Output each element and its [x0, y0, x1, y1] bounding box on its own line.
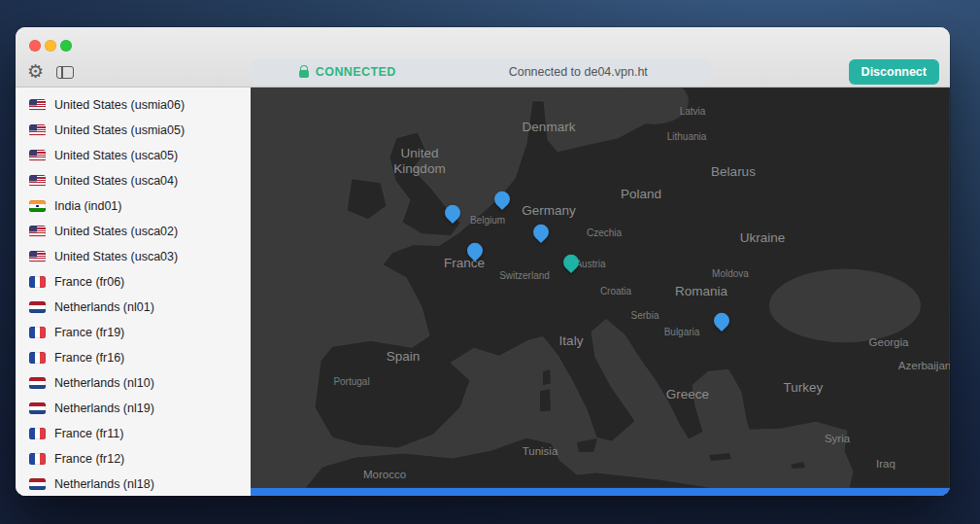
window-toolbar: ⚙ CONNECTED Connected to de04.vpn.ht Dis… — [16, 27, 950, 87]
server-list-item[interactable]: United States (usca04) — [16, 168, 251, 193]
server-list-item[interactable]: France (fr06) — [16, 269, 251, 295]
settings-gear-icon[interactable]: ⚙ — [27, 62, 44, 82]
country-flag-icon — [29, 402, 46, 414]
disconnect-button[interactable]: Disconnect — [849, 59, 939, 85]
app-window: ⚙ CONNECTED Connected to de04.vpn.ht Dis… — [16, 27, 950, 496]
server-label: Netherlands (nl18) — [54, 477, 154, 491]
server-label: India (ind01) — [54, 199, 122, 213]
country-flag-icon — [29, 251, 46, 262]
window-controls — [29, 40, 72, 52]
server-list-item[interactable]: India (ind01) — [16, 193, 251, 219]
country-flag-icon — [29, 99, 46, 111]
server-label: United States (usca03) — [54, 250, 178, 263]
zoom-button[interactable] — [60, 40, 72, 52]
connection-status-pill: CONNECTED Connected to de04.vpn.ht — [251, 59, 712, 85]
server-label: United States (usca05) — [54, 149, 178, 162]
server-list-item[interactable]: France (fr16) — [16, 345, 251, 370]
connection-state: CONNECTED — [251, 65, 445, 79]
world-map[interactable]: Denmark Latvia Lithuania United Kingdom … — [251, 87, 950, 496]
server-label: United States (usca04) — [54, 174, 178, 188]
country-flag-icon — [29, 327, 46, 338]
country-flag-icon — [29, 377, 46, 389]
server-list-item[interactable]: United States (usca02) — [16, 219, 251, 244]
server-label: Netherlands (nl19) — [54, 402, 154, 415]
server-label: United States (usmia05) — [54, 123, 185, 137]
minimize-button[interactable] — [45, 40, 56, 52]
server-label: France (fr06) — [54, 275, 124, 289]
country-flag-icon — [29, 150, 46, 161]
server-label: France (fr12) — [54, 452, 124, 466]
country-flag-icon — [29, 428, 46, 439]
country-flag-icon — [29, 175, 46, 187]
server-list-item[interactable]: France (fr12) — [16, 446, 251, 472]
close-button[interactable] — [29, 40, 41, 52]
server-label: Netherlands (nl10) — [54, 376, 154, 390]
country-flag-icon — [29, 276, 46, 288]
server-label: United States (usca02) — [54, 225, 178, 238]
lock-icon — [299, 70, 309, 78]
server-list-item[interactable]: France (fr11) — [16, 421, 251, 446]
toolbar-buttons: ⚙ — [27, 60, 74, 84]
map-canvas — [251, 87, 950, 488]
country-flag-icon — [29, 352, 46, 364]
server-list-item[interactable]: Netherlands (nl01) — [16, 295, 251, 320]
server-list-item[interactable]: Netherlands (nl19) — [16, 396, 251, 421]
country-flag-icon — [29, 226, 46, 237]
country-flag-icon — [29, 478, 46, 490]
server-list-item[interactable]: Netherlands (nl18) — [16, 472, 251, 496]
country-flag-icon — [29, 301, 46, 313]
connection-message: Connected to de04.vpn.ht — [445, 65, 713, 79]
server-list-item[interactable]: United States (usmia06) — [16, 92, 251, 118]
server-list-item[interactable]: United States (usmia05) — [16, 118, 251, 143]
country-flag-icon — [29, 453, 46, 465]
country-flag-icon — [29, 124, 46, 136]
server-label: France (fr19) — [54, 326, 124, 339]
server-label: United States (usmia06) — [54, 98, 185, 112]
server-label: France (fr11) — [54, 427, 123, 440]
server-label: Netherlands (nl01) — [54, 300, 154, 314]
sidebar-toggle-icon[interactable] — [56, 66, 74, 79]
server-list-item[interactable]: United States (usca03) — [16, 244, 251, 269]
map-bottom-strip — [251, 488, 950, 496]
server-list-item[interactable]: Netherlands (nl10) — [16, 370, 251, 396]
window-content: United States (usmia06) United States (u… — [16, 87, 950, 496]
connection-state-label: CONNECTED — [316, 65, 396, 79]
server-label: France (fr16) — [54, 351, 124, 365]
server-list-item[interactable]: United States (usca05) — [16, 143, 251, 168]
server-list-item[interactable]: France (fr19) — [16, 320, 251, 345]
country-flag-icon — [29, 200, 46, 212]
server-list-sidebar[interactable]: United States (usmia06) United States (u… — [16, 87, 251, 496]
